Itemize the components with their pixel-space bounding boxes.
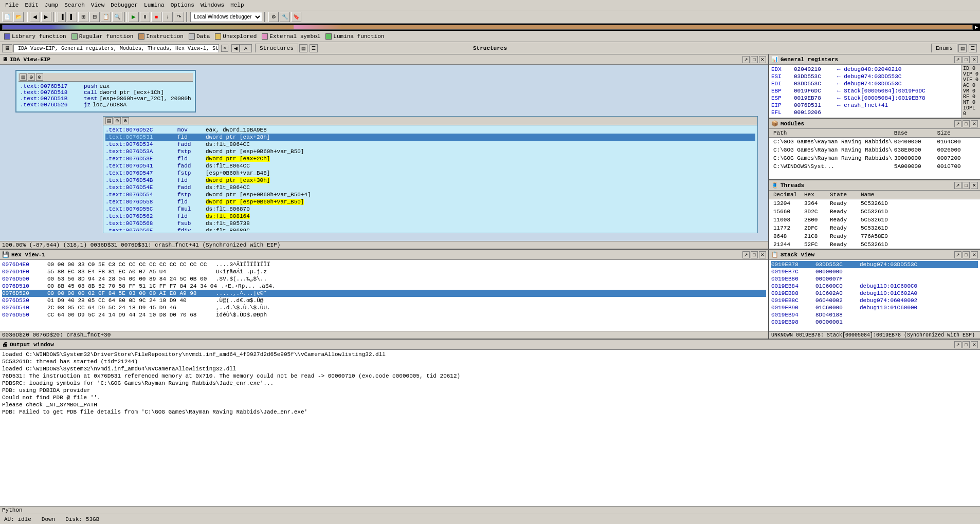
listing-btn2[interactable]: ⊕ — [114, 117, 121, 124]
menu-view[interactable]: View — [88, 1, 107, 9]
stack-panel-title: 📋 Stack view — [771, 251, 814, 258]
gen-reg-close[interactable]: ✕ — [971, 56, 978, 63]
stack-row-1: 0019EB7C 00000000 — [771, 268, 978, 275]
toolbar-btn6[interactable]: 🔍 — [112, 12, 122, 22]
stack-val-8: 00000001 — [815, 319, 857, 325]
listing-btn1[interactable]: ▤ — [105, 117, 113, 124]
listing-op-13: ds:flt_805738 — [206, 220, 250, 227]
listing-btn3[interactable]: ⊗ — [122, 117, 129, 124]
toolbar-debugger-combo[interactable]: Local Windows debugger — [190, 12, 262, 22]
popup-btn2[interactable]: ⊕ — [28, 73, 35, 81]
toolbar-pause[interactable]: ⏸ — [140, 12, 150, 22]
output-maximize[interactable]: □ — [963, 341, 970, 348]
toolbar-btn4[interactable]: ⊟ — [89, 12, 100, 22]
toolbar-stepover[interactable]: ↷ — [174, 12, 184, 22]
popup-code-box: ▤ ⊕ ⊗ .text:0076D517 push eax .text:0 — [15, 70, 196, 113]
menu-help[interactable]: Help — [227, 1, 247, 9]
toolbar-new[interactable]: 📄 — [2, 12, 12, 22]
listing-addr-9: .text:0076D554 — [105, 192, 177, 198]
stack-restore[interactable]: ↗ — [954, 251, 961, 258]
ida-panel-maximize[interactable]: □ — [751, 56, 758, 63]
threads-state-5: Ready — [828, 241, 859, 248]
menu-windows[interactable]: Windows — [197, 1, 227, 9]
menu-options[interactable]: Options — [168, 1, 197, 9]
hex-bytes-0: 00 00 00 33 C0 5E C3 CC CC CC CC CC CC C… — [47, 261, 212, 268]
status-bar: AU: idle Down Disk: 53GB — [0, 514, 980, 524]
enums-expand-btn[interactable]: ▤ — [958, 44, 967, 52]
main-area: 🖥 IDA View-EIP ↗ □ ✕ — [0, 54, 980, 514]
gen-reg-restore[interactable]: ↗ — [954, 56, 961, 63]
menu-lumina[interactable]: Lumina — [141, 1, 168, 9]
nav-addr-btn[interactable]: A — [240, 44, 252, 52]
toolbar-btn1[interactable]: ▐ — [58, 12, 66, 22]
listing-addr-8: .text:0076D54E — [105, 184, 177, 191]
listing-addr-2: .text:0076D534 — [105, 141, 177, 147]
tab-close-ida[interactable]: ✕ — [221, 45, 228, 52]
gen-reg-maximize[interactable]: □ — [963, 56, 970, 63]
listing-instr-10: fld — [177, 199, 206, 205]
listing-addr-7: .text:0076D54B — [105, 177, 177, 183]
hex-restore[interactable]: ↗ — [742, 251, 750, 258]
stack-val-7: 8D040188 — [815, 312, 857, 318]
modules-path-3: C:\WINDOWS\Syst... — [771, 163, 892, 170]
toolbar-back[interactable]: ◀ — [30, 12, 40, 22]
nav-buttons: ◀ A — [231, 44, 252, 52]
tab-ida-view[interactable]: IDA View-EIP, General registers, Modules… — [13, 44, 219, 52]
modules-row-3: C:\WINDOWS\Syst... 5A000000 0010700 — [769, 162, 980, 171]
ida-panel-controls: ↗ □ ✕ — [742, 56, 766, 63]
threads-restore[interactable]: ↗ — [954, 182, 961, 189]
toolbar-open[interactable]: 📂 — [13, 12, 24, 22]
ida-panel-close[interactable]: ✕ — [759, 56, 766, 63]
gen-reg-content-area: EDX 02040210 ← debug848:02040210 ESI 03D… — [769, 65, 980, 118]
toolbar-dbg2[interactable]: 🔧 — [280, 12, 290, 22]
output-restore[interactable]: ↗ — [954, 341, 961, 348]
status-mode: AU: idle — [4, 516, 31, 522]
menu-file[interactable]: File — [2, 1, 22, 9]
structures-expand-btn[interactable]: ▤ — [299, 44, 307, 52]
toolbar-stop[interactable]: ■ — [151, 12, 161, 22]
threads-close[interactable]: ✕ — [971, 182, 978, 189]
listing-row-6: .text:0076D547 fstp [esp+0B60h+var_B48] — [105, 170, 755, 177]
modules-close[interactable]: ✕ — [971, 120, 978, 127]
modules-base-0: 00400000 — [892, 138, 935, 145]
tab-structures[interactable]: Structures — [255, 44, 298, 52]
reg-row-edx: EDX 02040210 ← debug848:02040210 — [770, 66, 960, 73]
menu-jump[interactable]: Jump — [42, 1, 61, 9]
stack-val-2: 0000007F — [815, 276, 857, 282]
hex-ascii-4: .....,.^...|ê©˜ — [216, 290, 267, 296]
listing-instr-13: fsub — [177, 220, 206, 227]
ida-flow-area: ▤ ⊕ ⊗ .text:0076D517 push eax .text:0 — [0, 65, 768, 249]
popup-btn1[interactable]: ▤ — [20, 73, 27, 81]
modules-base-1: 038E0000 — [892, 146, 935, 154]
menu-edit[interactable]: Edit — [22, 1, 41, 9]
output-title: 🖨 Output window — [2, 341, 54, 348]
toolbar-stepinto[interactable]: ↓ — [162, 12, 173, 22]
toolbar-btn5[interactable]: 📋 — [101, 12, 111, 22]
toolbar-forward[interactable]: ▶ — [41, 12, 51, 22]
output-close[interactable]: ✕ — [971, 341, 978, 348]
enums-collapse-btn[interactable]: ☰ — [969, 44, 977, 52]
ida-panel-restore[interactable]: ↗ — [742, 56, 750, 63]
structures-collapse-btn[interactable]: ☰ — [310, 44, 318, 52]
toolbar-dbg3[interactable]: 🔖 — [291, 12, 301, 22]
threads-maximize[interactable]: □ — [963, 182, 970, 189]
popup-btn3[interactable]: ⊗ — [36, 73, 43, 81]
stack-maximize[interactable]: □ — [963, 251, 970, 258]
toolbar-btn3[interactable]: ⊞ — [78, 12, 88, 22]
menu-debugger[interactable]: Debugger — [107, 1, 141, 9]
modules-maximize[interactable]: □ — [963, 120, 970, 127]
modules-restore[interactable]: ↗ — [954, 120, 961, 127]
toolbar-run[interactable]: ▶ — [129, 12, 139, 22]
tab-enums[interactable]: Enums — [931, 44, 957, 52]
toolbar-btn2[interactable]: ▌ — [67, 12, 77, 22]
toolbar-dbg1[interactable]: ⚙ — [268, 12, 279, 22]
nav-prev-btn[interactable]: ◀ — [231, 44, 240, 52]
hex-maximize[interactable]: □ — [751, 251, 758, 258]
view-icon: 🖥 — [5, 45, 10, 51]
menu-search[interactable]: Search — [61, 1, 88, 9]
listing-addr-6: .text:0076D547 — [105, 170, 177, 176]
hex-close[interactable]: ✕ — [759, 251, 766, 258]
reg-detail-edi: ← debug074:03DD553C — [837, 81, 901, 87]
stack-close[interactable]: ✕ — [971, 251, 978, 258]
legend-bar: Library function Regular function Instru… — [0, 31, 980, 42]
